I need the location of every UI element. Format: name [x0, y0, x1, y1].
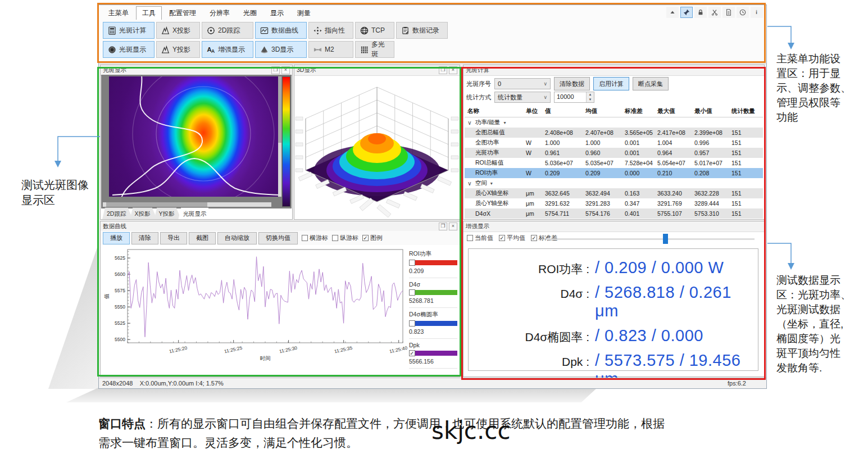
spot-tab-光斑显示[interactable]: 光斑显示: [178, 207, 213, 219]
curve-button-切换均值[interactable]: 切换均值: [258, 232, 298, 244]
close-icon[interactable]: ×: [449, 66, 457, 74]
table-row-ROI功率[interactable]: ROI功率W0.2090.2090.0000.2100.208151: [465, 168, 763, 178]
toolbar-button-增强显示[interactable]: AA增强显示: [202, 41, 253, 58]
stat-mode-combobox[interactable]: 统计数量∨: [494, 92, 551, 103]
lock-button[interactable]: [694, 7, 707, 18]
display-3d-icon: [260, 46, 269, 54]
font-size-slider[interactable]: [547, 238, 755, 240]
menu-tab-主菜单[interactable]: 主菜单: [102, 6, 135, 20]
spin-down-icon[interactable]: ▼: [587, 97, 594, 102]
curve-button-播放[interactable]: 播放: [103, 232, 130, 244]
slider-handle[interactable]: [663, 234, 668, 244]
toolbar-button-数据曲线[interactable]: 数据曲线: [255, 22, 307, 39]
toolbar-button-2D跟踪[interactable]: 2D跟踪: [202, 22, 253, 39]
filter-icon[interactable]: ▾: [504, 120, 506, 125]
table-row-光斑功率[interactable]: 光斑功率W0.9610.9600.0010.9640.957151: [465, 148, 763, 158]
spot-seq-combobox[interactable]: 0∨: [494, 78, 551, 89]
calc-button-断点采集[interactable]: 断点采集: [633, 77, 669, 90]
toolbar-button-指向性[interactable]: 指向性: [308, 22, 353, 39]
svg-text:11:25:20: 11:25:20: [169, 345, 188, 355]
table-row-ROI总幅值[interactable]: ROI总幅值5.036e+075.035e+077.528e+045.054e+…: [465, 158, 763, 168]
menu-tab-工具[interactable]: 工具: [136, 6, 162, 20]
restore-icon[interactable]: ❐: [271, 66, 280, 74]
svg-text:11:25:40: 11:25:40: [389, 345, 407, 355]
menu-tab-显示[interactable]: 显示: [264, 6, 290, 20]
curve-button-清除[interactable]: 清除: [131, 232, 158, 244]
y-profile-curve: [121, 76, 202, 197]
pin-button[interactable]: [680, 7, 693, 18]
track-2d-icon: [207, 26, 215, 35]
legend-color-bar: [415, 321, 457, 326]
beam-image[interactable]: [109, 76, 281, 197]
legend-checkbox-D4σ[interactable]: [409, 289, 415, 296]
calc-button-启用计算[interactable]: 启用计算: [593, 77, 629, 90]
toolbar-button-光斑显示[interactable]: 光斑显示: [103, 41, 154, 58]
enhanced-checkbox-平均值[interactable]: ✓平均值: [499, 234, 525, 242]
menu-tab-测量[interactable]: 测量: [291, 6, 317, 20]
checkbox-图例[interactable]: ✓: [362, 235, 369, 241]
svg-text:11:25:30: 11:25:30: [279, 345, 298, 355]
info-button[interactable]: i: [751, 7, 763, 18]
curve-checkbox-纵游标[interactable]: 纵游标: [332, 234, 358, 242]
legend-color-bar: [415, 351, 457, 356]
checkbox-标准差[interactable]: ✓: [531, 235, 537, 241]
toolbar-button-光斑计算[interactable]: 光斑计算: [103, 22, 154, 39]
toolbar-button-数据记录[interactable]: 数据记录: [396, 22, 448, 39]
table-row-全图总幅值[interactable]: 全图总幅值2.408e+082.407e+083.565e+052.417e+0…: [465, 128, 763, 138]
restore-icon[interactable]: ❐: [439, 66, 447, 74]
enhanced-checkboxes: 当前值✓平均值✓标准差: [467, 234, 557, 242]
menu-tab-光圈[interactable]: 光圈: [237, 6, 263, 20]
svg-text:时间: 时间: [260, 355, 271, 361]
watermark: skjc.cc: [431, 417, 511, 445]
spot-tab-Y投影[interactable]: Y投影: [154, 207, 181, 219]
close-icon[interactable]: ×: [449, 223, 457, 230]
curve-button-截图[interactable]: 截图: [189, 232, 216, 244]
checkbox-当前值[interactable]: [467, 235, 473, 241]
table-row-质心X轴坐标[interactable]: 质心X轴坐标μm3632.6453632.4940.1633633.240363…: [465, 188, 763, 198]
feature-title: 窗口特点: [98, 417, 146, 430]
curve-checkbox-横游标[interactable]: 横游标: [302, 234, 328, 242]
menu-tab-配置管理[interactable]: 配置管理: [163, 6, 202, 20]
checkbox-平均值[interactable]: ✓: [499, 235, 505, 241]
horizontal-scrollbar[interactable]: [103, 202, 271, 207]
checkbox-纵游标[interactable]: [332, 235, 338, 241]
toolbar-button-3D显示[interactable]: 3D显示: [255, 41, 307, 58]
menu-tab-分辨率[interactable]: 分辨率: [203, 6, 236, 20]
toolbar-button-多光斑[interactable]: 多光斑: [355, 41, 394, 58]
intensity-colorbar: [282, 76, 290, 207]
filter-icon[interactable]: ▾: [490, 181, 493, 186]
stat-count-spinner[interactable]: 10000 ▲▼: [554, 92, 594, 103]
table-row-D4σX[interactable]: D4σXμm5754.7115754.1760.4015755.1075753.…: [465, 208, 763, 219]
legend-checkbox-Dpk[interactable]: ✓: [409, 350, 415, 356]
checkbox-横游标[interactable]: [302, 235, 308, 241]
table-row-全图功率[interactable]: 全图功率W1.0001.0000.0011.0040.996151: [465, 138, 763, 148]
file-button[interactable]: [722, 7, 735, 18]
legend-checkbox-ROI功率[interactable]: [409, 260, 415, 266]
toolbar-button-TCP[interactable]: TCP: [355, 22, 394, 39]
spot-tab-X投影[interactable]: X投影: [130, 207, 157, 219]
toolbar-button-Y投影[interactable]: Y投影: [156, 41, 200, 58]
calc-button-清除数据[interactable]: 清除数据: [554, 77, 590, 90]
curve-button-导出[interactable]: 导出: [160, 232, 187, 244]
data-curve-chart[interactable]: 55005525555055755600562511:25:2011:25:25…: [102, 246, 407, 365]
spin-up-icon[interactable]: ▲: [587, 92, 594, 97]
threed-surface-plot[interactable]: [294, 75, 460, 219]
restore-icon[interactable]: ❐: [439, 223, 447, 230]
toolbar-button-M2[interactable]: M2: [308, 41, 353, 58]
enhanced-checkbox-当前值[interactable]: 当前值: [467, 234, 493, 242]
table-group-功率/能量[interactable]: ∨功率/能量▾: [465, 117, 763, 128]
curve-button-自动缩放[interactable]: 自动缩放: [217, 232, 257, 244]
enhanced-value-box: ROI功率 :/ 0.209 / 0.000 WD4σ :/ 5268.818 …: [468, 248, 758, 371]
legend-checkbox-D4σ椭圆率[interactable]: [409, 320, 415, 327]
toolbar-button-X投影[interactable]: X投影: [156, 22, 200, 39]
close-icon[interactable]: ×: [281, 66, 290, 74]
curve-toolbar: 播放清除导出截图自动缩放切换均值横游标纵游标✓图例: [101, 231, 460, 245]
cut-button[interactable]: [708, 7, 721, 18]
table-row-质心Y轴坐标[interactable]: 质心Y轴坐标μm3291.6323291.2830.3473291.769328…: [465, 198, 763, 208]
history-button[interactable]: [737, 7, 749, 18]
table-group-空间[interactable]: ∨空间▾: [465, 178, 763, 188]
curve-checkbox-图例[interactable]: ✓图例: [362, 234, 383, 242]
vertical-scrollbar[interactable]: [278, 76, 281, 197]
collapse-button[interactable]: [666, 7, 679, 18]
spot-tab-2D跟踪[interactable]: 2D跟踪: [102, 207, 133, 219]
